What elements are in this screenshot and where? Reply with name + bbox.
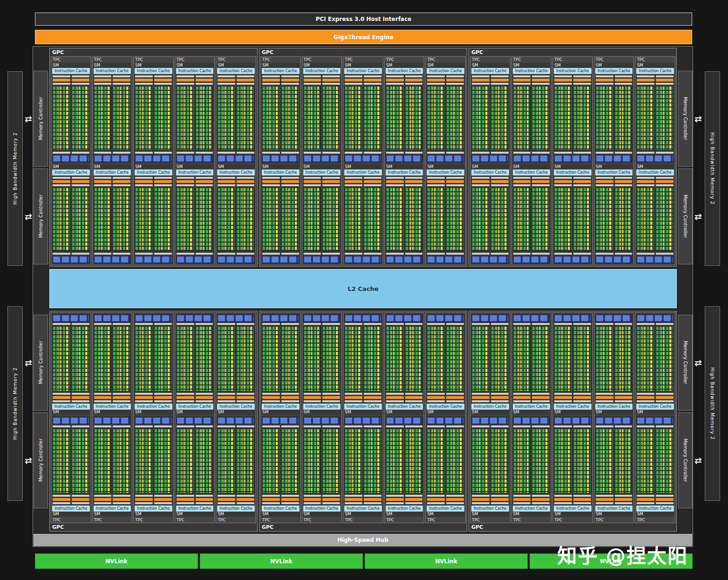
memory-controller-bar: Memory Controller [34, 412, 48, 508]
ldst-sfu-row [53, 323, 70, 325]
processing-block [237, 323, 254, 402]
core-grid [53, 326, 70, 391]
dispatch-row [196, 393, 213, 395]
texture-units-row [177, 417, 213, 424]
processing-block [532, 75, 550, 154]
processing-block [154, 323, 172, 402]
warp-scheduler-row [405, 79, 423, 81]
sm-label: SM [426, 410, 465, 415]
instruction-buffer-row [656, 75, 674, 77]
core-grid [237, 188, 254, 252]
texture-units-row [135, 315, 172, 322]
sm-label: SM [52, 512, 90, 517]
dispatch-row [427, 393, 445, 395]
processing-block [386, 425, 404, 505]
sm-block: SMInstruction Cache [553, 416, 592, 517]
sm-block: SMInstruction Cache [52, 416, 90, 517]
dispatch-row [513, 184, 531, 186]
sm-label: SM [512, 164, 551, 169]
processing-block [262, 177, 280, 255]
core-grid [281, 86, 299, 150]
core-grid [177, 326, 194, 391]
instruction-buffer-row [237, 502, 254, 504]
core-grid [113, 326, 130, 391]
warp-scheduler-row [177, 180, 194, 183]
core-grid [573, 188, 591, 252]
dispatch-row [322, 83, 340, 85]
dispatch-row [615, 184, 633, 186]
dispatch-row [427, 495, 445, 497]
instruction-buffer-row [386, 177, 404, 179]
ldst-sfu-row [615, 253, 633, 255]
instruction-buffer-row [405, 177, 423, 179]
dispatch-row [262, 184, 280, 186]
processing-block [135, 75, 153, 154]
instruction-cache-bar: Instruction Cache [52, 404, 90, 410]
sm-core-area [134, 424, 173, 506]
sm-core-area [595, 74, 633, 155]
sm-label: SM [553, 512, 592, 517]
instruction-buffer-row [196, 502, 213, 504]
tpc-label: TPC [261, 517, 300, 523]
texture-units-row [554, 256, 591, 263]
gpc-label: GPC [469, 523, 676, 531]
warp-scheduler-row [573, 180, 591, 183]
instruction-buffer-row [554, 502, 572, 504]
warp-scheduler-row [446, 180, 464, 183]
instruction-buffer-row [72, 177, 89, 179]
warp-scheduler-row [304, 79, 321, 81]
sm-block: SMInstruction Cache [134, 63, 173, 163]
processing-block [513, 425, 531, 505]
instruction-buffer-row [656, 502, 674, 504]
warp-scheduler-row [322, 180, 340, 183]
ldst-sfu-row [427, 323, 445, 325]
ldst-sfu-row [513, 425, 531, 427]
sm-block: SMInstruction Cache [176, 313, 214, 415]
warp-scheduler-row [615, 180, 633, 183]
tpc-row: TPCSMInstruction CacheSMInstruction Cach… [259, 56, 467, 266]
sm-label: SM [385, 164, 424, 169]
processing-block [615, 323, 633, 402]
dispatch-row [596, 83, 613, 85]
dispatch-row [237, 495, 254, 497]
warp-scheduler-row [446, 79, 464, 81]
warp-scheduler-row [345, 79, 362, 81]
instruction-buffer-row [615, 502, 633, 504]
texture-units-row [513, 155, 550, 162]
instruction-cache-bar: Instruction Cache [344, 169, 382, 175]
instruction-cache-bar: Instruction Cache [427, 506, 464, 512]
sm-core-area [636, 175, 674, 256]
warp-scheduler-row [177, 79, 194, 81]
memory-controller-label: Memory Controller [683, 97, 688, 140]
warp-scheduler-row [94, 180, 112, 183]
instruction-buffer-row [262, 75, 280, 77]
instruction-cache-bar: Instruction Cache [471, 506, 509, 512]
instruction-buffer-row [322, 400, 340, 402]
gigathread-engine-bar: GigaThread Engine [35, 30, 692, 44]
processing-block [72, 425, 89, 505]
warp-scheduler-row [386, 498, 404, 501]
sm-label: SM [471, 410, 510, 415]
sm-block: SMInstruction Cache [261, 164, 300, 265]
dispatch-row [113, 495, 130, 497]
instruction-buffer-row [513, 177, 531, 179]
ldst-sfu-row [281, 323, 299, 325]
ldst-sfu-row [386, 323, 404, 325]
core-grid [615, 188, 633, 252]
processing-block [596, 323, 613, 402]
warp-scheduler-row [364, 79, 381, 81]
processing-block [262, 323, 280, 402]
instruction-cache-bar: Instruction Cache [636, 68, 674, 74]
sm-block: SMInstruction Cache [176, 416, 214, 517]
ldst-sfu-row [304, 323, 321, 325]
processing-block [53, 323, 70, 402]
memory-controller-label: Memory Controller [683, 341, 688, 384]
texture-units-row [472, 256, 509, 263]
processing-block [656, 425, 674, 505]
instruction-buffer-row [596, 177, 613, 179]
sm-core-area [52, 74, 90, 155]
dispatch-row [53, 83, 70, 85]
ldst-sfu-row [154, 425, 172, 427]
bidirectional-arrow-icon: ⇄ [694, 211, 703, 222]
sm-block: SMInstruction Cache [134, 164, 173, 265]
